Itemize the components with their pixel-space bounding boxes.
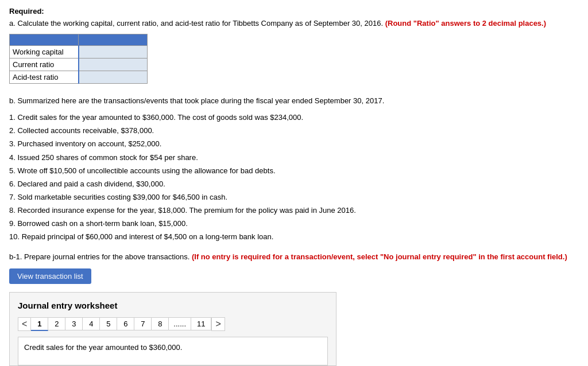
part-b1-section: b-1. Prepare journal entries for the abo…: [9, 251, 579, 263]
tab-item-2[interactable]: 2: [48, 317, 65, 330]
transaction-item: 8. Recorded insurance expense for the ye…: [9, 204, 579, 217]
part-a-label: a. Calculate the working capital, curren…: [9, 19, 383, 28]
tab-dots: ......: [169, 317, 191, 330]
part-b-section: b. Summarized here are the transactions/…: [9, 95, 579, 244]
transaction-item: 4. Issued 250 shares of common stock for…: [9, 151, 579, 164]
tab-item-4[interactable]: 4: [83, 317, 100, 330]
tab-item-5[interactable]: 5: [100, 317, 117, 330]
transaction-item: 9. Borrowed cash on a short-term bank lo…: [9, 217, 579, 230]
part-b1-label: b-1. Prepare journal entries for the abo…: [9, 252, 189, 261]
transaction-item: 5. Wrote off $10,500 of uncollectible ac…: [9, 165, 579, 177]
view-transaction-list-button[interactable]: View transaction list: [9, 268, 91, 284]
working-capital-label: Working capital: [10, 45, 79, 58]
acid-test-input[interactable]: [79, 71, 148, 83]
transaction-item: 10. Repaid principal of $60,000 and inte…: [9, 231, 579, 243]
tab-item-6[interactable]: 6: [117, 317, 134, 330]
tab-next-arrow[interactable]: >: [211, 317, 225, 331]
table-row-working-capital: Working capital: [10, 45, 148, 58]
working-capital-input[interactable]: [79, 45, 148, 58]
tab-item-3[interactable]: 3: [65, 317, 83, 330]
journal-worksheet: Journal entry worksheet <12345678......1…: [9, 292, 336, 366]
transaction-description: Credit sales for the year amounted to $3…: [18, 337, 328, 365]
transaction-item: 1. Credit sales for the year amounted to…: [9, 111, 579, 124]
part-a-red-note: (Round "Ratio" answers to 2 decimal plac…: [385, 19, 546, 28]
current-ratio-label: Current ratio: [10, 58, 79, 71]
current-ratio-input[interactable]: [79, 58, 148, 71]
acid-test-label: Acid-test ratio: [10, 71, 79, 83]
tab-item-7[interactable]: 7: [134, 317, 152, 330]
transaction-item: 3. Purchased inventory on account, $252,…: [9, 138, 579, 150]
required-label: Required:: [9, 7, 579, 15]
tab-item-8[interactable]: 8: [152, 317, 169, 330]
part-b-label: b. Summarized here are the transactions/…: [9, 95, 579, 107]
part-b1-text: b-1. Prepare journal entries for the abo…: [9, 251, 579, 263]
tab-item-11[interactable]: 11: [191, 317, 211, 330]
transaction-item: 2. Collected accounts receivable, $378,0…: [9, 124, 579, 137]
part-a-section: a. Calculate the working capital, curren…: [9, 18, 579, 84]
part-a-instruction: a. Calculate the working capital, curren…: [9, 18, 579, 29]
transactions-list: 1. Credit sales for the year amounted to…: [9, 111, 579, 243]
part-b1-red-note: (If no entry is required for a transacti…: [192, 252, 567, 261]
journal-worksheet-title: Journal entry worksheet: [18, 301, 328, 310]
ratio-table-header-col1: [10, 34, 79, 45]
table-row-current-ratio: Current ratio: [10, 58, 148, 71]
tab-item-1[interactable]: 1: [31, 317, 48, 331]
table-row-acid-test: Acid-test ratio: [10, 71, 148, 83]
ratio-table-header-col2: [79, 34, 148, 45]
tab-navigation: <12345678......11>: [18, 317, 328, 331]
ratio-table: Working capital Current ratio Acid-test …: [9, 34, 148, 84]
tab-prev-arrow[interactable]: <: [18, 317, 31, 331]
transaction-item: 6. Declared and paid a cash dividend, $3…: [9, 178, 579, 190]
transaction-item: 7. Sold marketable securities costing $3…: [9, 191, 579, 204]
